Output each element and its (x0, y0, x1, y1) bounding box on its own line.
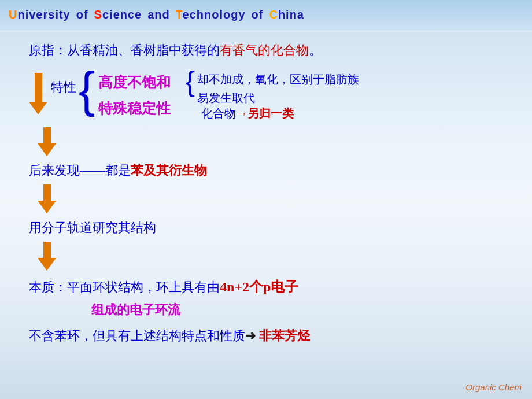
word-of2: of (252, 8, 264, 21)
word-and: and (147, 8, 170, 21)
que-line1: 却不加成，氧化，区别于脂肪族 (197, 70, 359, 88)
bu-highlight: 非苯芳烃 (256, 328, 310, 343)
arrow-another: →另归一类 (236, 107, 294, 120)
word-science: Science (94, 8, 142, 21)
arrow-head4 (38, 258, 56, 271)
arrow-row3 (38, 242, 515, 271)
word-university: University (9, 8, 71, 21)
huahewu-line: 化合物→另归一类 (201, 106, 359, 121)
word-of1: of (76, 8, 88, 21)
header: University of Science and Technology of … (0, 0, 532, 29)
word-china: China (269, 8, 304, 21)
arrow-row1 (38, 127, 515, 156)
line-yuanzhi: 原指：从香精油、香树脂中获得的有香气的化合物。 (29, 40, 515, 60)
benzhi-highlight2: 组成的电子环流 (91, 302, 180, 317)
texing-arrow (29, 73, 47, 114)
yuanzhi-prefix: 原指：从香精油、香树脂中获得的 (29, 43, 220, 57)
texing-item1: 高度不饱和 (98, 73, 171, 92)
footer-label: Organic Chem (466, 382, 522, 392)
texing-label: 特性 (51, 79, 76, 96)
down-arrow1 (38, 127, 56, 156)
line-houlai: 后来发现——都是苯及其衍生物 (29, 161, 515, 180)
arrow-row2 (38, 184, 515, 213)
texing-item2: 特殊稳定性 (98, 99, 171, 118)
bracket-small: { (185, 69, 195, 95)
benzhi-line1: 本质：平面环状结构，环上具有由4n+2个p电子 (29, 275, 515, 299)
bu-prefix: 不含苯环，但具有上述结构特点和性质 (29, 328, 245, 343)
houlai-prefix: 后来发现——都是 (29, 163, 131, 178)
texing-section: 特性 { 高度不饱和 特殊稳定性 { 却不加成，氧化，区别于脂肪族 易发生取代 (29, 70, 515, 121)
line-bu: 不含苯环，但具有上述结构特点和性质➜ 非苯芳烃 (29, 326, 515, 345)
line-benzhi: 本质：平面环状结构，环上具有由4n+2个p电子 组成的电子环流 (29, 275, 515, 320)
arrow-head2 (38, 143, 56, 156)
word-technology: Technology (176, 8, 246, 21)
arrow-shaft1 (35, 73, 42, 102)
benzhi-bold: 4n+2个p电子 (220, 279, 298, 294)
arrow-shaft4 (43, 242, 51, 258)
arrow-head3 (38, 201, 56, 213)
content-area: 原指：从香精油、香树脂中获得的有香气的化合物。 特性 { 高度不饱和 特殊稳定性 (0, 32, 532, 399)
yuanzhi-highlight: 有香气的化合物 (220, 43, 309, 57)
bu-arrow: ➜ (245, 328, 256, 343)
que-line2: 易发生取代 (197, 88, 359, 107)
texing-items: 高度不饱和 特殊稳定性 (98, 73, 171, 116)
benzhi-prefix: 本质：平面环状结构，环上具有由 (29, 280, 220, 294)
slide: University of Science and Technology of … (0, 0, 532, 399)
bracket-left: { (79, 69, 95, 110)
arrow-head1 (29, 102, 47, 114)
arrow-shaft2 (43, 127, 51, 143)
benzhi-line2: 组成的电子环流 (91, 299, 515, 320)
yuanzhi-suffix: 。 (309, 43, 322, 57)
line-yong: 用分子轨道研究其结构 (29, 218, 515, 237)
texing-right: { 却不加成，氧化，区别于脂肪族 易发生取代 化合物→另归一类 (185, 70, 359, 121)
huahewu-text: 化合物 (201, 107, 236, 120)
down-arrow3 (38, 242, 56, 271)
down-arrow2 (38, 184, 56, 213)
arrow-shaft3 (43, 184, 51, 201)
que-items: 却不加成，氧化，区别于脂肪族 易发生取代 (197, 70, 359, 107)
houlai-highlight: 苯及其衍生物 (131, 163, 207, 178)
header-title: University of Science and Technology of … (6, 8, 307, 21)
que-row: { 却不加成，氧化，区别于脂肪族 易发生取代 (185, 70, 359, 107)
